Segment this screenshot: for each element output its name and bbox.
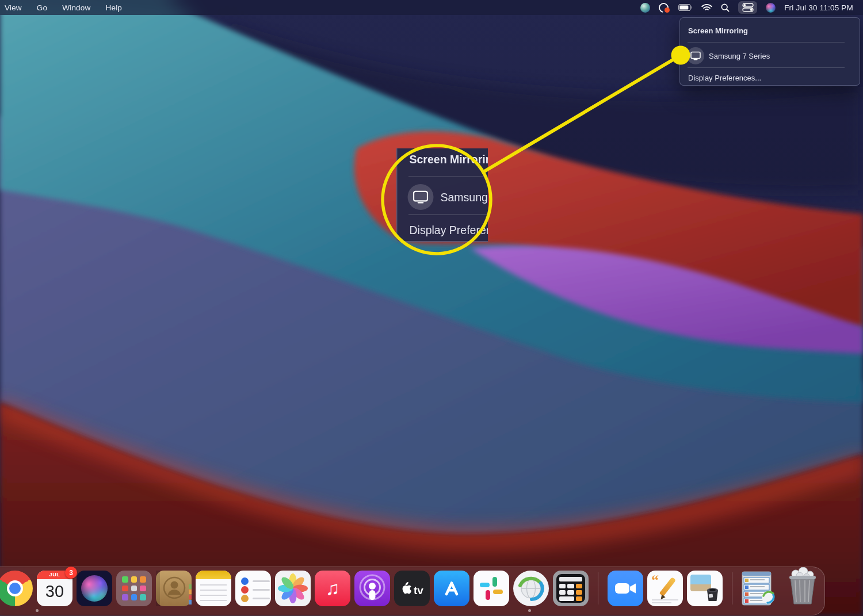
dock-icon-calendar[interactable]: JUL 30 3	[37, 571, 72, 606]
screen-mirroring-menu: Screen Mirroring Samsung 7 Series Displa…	[679, 17, 860, 86]
dock-icon-reminders[interactable]	[235, 571, 271, 606]
device-label: Samsung 7 Series	[441, 190, 488, 204]
wifi-icon[interactable]	[701, 1, 712, 14]
dock: JUL 30 3	[0, 571, 820, 606]
app-store-glyph	[434, 571, 469, 606]
wallpaper	[0, 0, 863, 616]
menu-divider	[688, 42, 845, 43]
calendar-badge: 3	[65, 567, 77, 579]
dock-icon-calculator[interactable]	[553, 571, 589, 606]
dock-icon-launchpad[interactable]	[116, 571, 152, 606]
minimized-window-thumbnail	[742, 571, 775, 606]
apple-tv-label: tv	[414, 584, 423, 596]
dock-icon-apple-tv[interactable]: tv	[394, 571, 430, 606]
globe-icon[interactable]	[640, 1, 650, 14]
launchpad-grid	[122, 576, 146, 600]
trash-full-glyph	[785, 567, 820, 606]
siri-icon[interactable]	[766, 1, 776, 14]
menu-divider	[688, 67, 845, 68]
photos-flower-glyph	[275, 571, 311, 606]
notes-header	[196, 571, 231, 579]
zoom-camera-glyph	[608, 571, 643, 606]
preview-loupe-glyph	[687, 571, 723, 606]
dock-icon-preview[interactable]	[687, 571, 723, 606]
dock-icon-siri[interactable]	[77, 571, 112, 606]
dock-icon-notes[interactable]	[196, 571, 231, 606]
dock-icon-pages[interactable]: “	[647, 571, 683, 606]
chrome-blue-center	[9, 583, 21, 594]
calculator-body	[556, 574, 585, 603]
contacts-person-glyph	[156, 571, 192, 606]
contacts-tab	[189, 584, 192, 589]
display-icon	[687, 47, 704, 64]
menu-item-samsung-7-series: Samsung 7 Series	[408, 184, 488, 210]
music-note-glyph: ♫	[326, 577, 340, 599]
menu-view[interactable]: View	[0, 3, 29, 12]
running-indicator-chrome	[36, 609, 39, 612]
screen-mirroring-title: Screen Mirroring	[688, 26, 748, 35]
screen-mirroring-title: Screen Mirroring	[410, 153, 488, 166]
screen-mirroring-menu-magnified: Screen Mirroring Samsung 7 Series Displa…	[396, 148, 488, 242]
menu-go[interactable]: Go	[29, 3, 55, 12]
running-indicator-anyconnect	[528, 609, 531, 612]
podcasts-glyph	[354, 571, 390, 606]
dock-icon-slack[interactable]	[473, 571, 509, 606]
dock-icon-zoom[interactable]	[608, 571, 643, 606]
menu-bar-status: Fri Jul 30 11:05 PM	[640, 1, 863, 14]
menu-bar-clock[interactable]: Fri Jul 30 11:05 PM	[784, 3, 853, 12]
dock-icon-contacts[interactable]	[156, 571, 192, 606]
display-icon	[408, 184, 434, 210]
contacts-tab	[189, 600, 192, 604]
menu-window[interactable]: Window	[55, 3, 98, 12]
device-label: Samsung 7 Series	[709, 52, 770, 60]
calendar-day: 30	[37, 582, 72, 601]
battery-icon[interactable]	[678, 1, 693, 14]
control-center-icon[interactable]	[738, 1, 757, 14]
pages-quote-glyph: “	[651, 572, 659, 589]
siri-orb	[81, 575, 108, 602]
search-icon[interactable]	[721, 1, 730, 14]
dock-icon-anyconnect[interactable]	[513, 571, 549, 606]
callout-magnified-view: Screen Mirroring Samsung 7 Series Displa…	[396, 148, 488, 242]
dock-separator	[732, 572, 732, 604]
anyconnect-globe-glyph	[513, 571, 549, 606]
dock-icon-music[interactable]: ♫	[315, 571, 350, 606]
menu-help[interactable]: Help	[98, 3, 129, 12]
menu-item-display-preferences: Display Preferences...	[410, 224, 488, 237]
pages-pen	[659, 577, 676, 596]
dock-icon-app-store[interactable]	[434, 571, 469, 606]
dock-icon-podcasts[interactable]	[354, 571, 390, 606]
dock-icon-chrome[interactable]	[0, 571, 33, 606]
slack-glyph	[473, 571, 509, 606]
contacts-tab	[189, 595, 192, 599]
dock-icon-trash[interactable]	[785, 567, 820, 606]
dock-separator	[598, 572, 598, 604]
apple-tv-glyph: tv	[394, 571, 430, 606]
menu-item-samsung-7-series[interactable]: Samsung 7 Series	[687, 47, 770, 64]
creative-cloud-icon[interactable]	[659, 1, 670, 14]
dock-icon-photos[interactable]	[275, 571, 311, 606]
menu-bar: View Go Window Help	[0, 0, 863, 15]
dock-icon-minimized-window[interactable]	[742, 571, 775, 606]
menu-item-display-preferences[interactable]: Display Preferences...	[688, 74, 761, 82]
menu-divider	[408, 214, 488, 215]
menu-divider	[408, 176, 488, 177]
desktop: View Go Window Help	[0, 0, 863, 616]
menu-bar-menus: View Go Window Help	[0, 3, 129, 12]
contacts-tab	[189, 590, 192, 594]
